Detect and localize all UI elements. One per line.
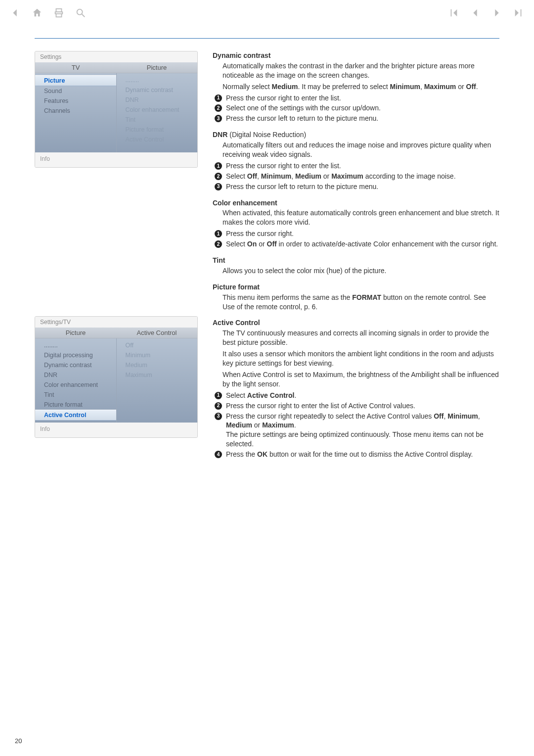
step-badge: 1 bbox=[215, 162, 222, 170]
desc: Automatically makes the contrast in the … bbox=[222, 61, 499, 80]
page-content: Settings TV Picture Picture Sound Featur… bbox=[0, 51, 534, 466]
desc: When Active Control is set to Maximum, t… bbox=[222, 370, 499, 389]
panel2-left-list: ........ Digital processing Dynamic cont… bbox=[35, 338, 116, 423]
svg-rect-1 bbox=[56, 14, 62, 17]
step-badge: 3 bbox=[215, 183, 222, 190]
col-head-right: Picture bbox=[116, 62, 197, 73]
next-page-icon[interactable] bbox=[491, 7, 502, 18]
print-icon[interactable] bbox=[53, 7, 64, 18]
desc: Normally select Medium. It may be prefer… bbox=[222, 82, 499, 92]
menu-item: Minimum bbox=[117, 350, 198, 360]
section-title: Active Control bbox=[213, 318, 499, 328]
prev-page-icon[interactable] bbox=[470, 7, 481, 18]
search-icon[interactable] bbox=[75, 7, 86, 18]
settings-panel-1: Settings TV Picture Picture Sound Featur… bbox=[35, 51, 198, 168]
desc: The TV continuously measures and correct… bbox=[222, 329, 499, 347]
menu-item: Off bbox=[117, 340, 198, 350]
section-title: Picture format bbox=[213, 283, 499, 292]
menu-item: Tint bbox=[117, 115, 198, 125]
section-title: DNR (Digital Noise Reduction) bbox=[213, 130, 499, 140]
menu-item: DNR bbox=[117, 95, 198, 105]
step-badge: 3 bbox=[215, 115, 222, 122]
desc: It also uses a sensor which monitors the… bbox=[222, 349, 499, 368]
step-badge: 2 bbox=[215, 402, 222, 410]
panel2-right-list: Off Minimum Medium Maximum bbox=[116, 338, 198, 423]
divider bbox=[35, 38, 499, 39]
panel-footer: Info bbox=[35, 152, 197, 167]
step: 2Press the cursor right to enter the lis… bbox=[215, 401, 499, 411]
section-picture-format: Picture format This menu item performs t… bbox=[213, 283, 499, 312]
settings-panel-2: Settings/TV Picture Active Control .....… bbox=[35, 316, 198, 438]
section-color-enhancement: Color enhancement When activated, this f… bbox=[213, 198, 499, 249]
left-column: Settings TV Picture Picture Sound Featur… bbox=[35, 51, 198, 466]
step-badge: 2 bbox=[215, 240, 222, 248]
svg-line-3 bbox=[82, 14, 85, 17]
section-title: Color enhancement bbox=[213, 198, 499, 208]
panel-header: Settings/TV bbox=[35, 317, 197, 328]
step: 1Press the cursor right. bbox=[215, 229, 499, 238]
step-badge: 3 bbox=[215, 413, 222, 420]
home-icon[interactable] bbox=[32, 7, 43, 18]
panel-header: Settings bbox=[35, 51, 197, 62]
panel1-left-list: Picture Sound Features Channels bbox=[35, 73, 116, 152]
menu-item: Color enhancement bbox=[117, 105, 198, 115]
section-active-control: Active Control The TV continuously measu… bbox=[213, 318, 499, 459]
right-column: Dynamic contrast Automatically makes the… bbox=[213, 51, 499, 466]
menu-item[interactable]: Channels bbox=[35, 106, 116, 116]
step: 2Select Off, Minimum, Medium or Maximum … bbox=[215, 172, 499, 181]
menu-item[interactable]: ........ bbox=[35, 340, 116, 350]
menu-item[interactable]: Dynamic contrast bbox=[35, 360, 116, 370]
step: 3Press the cursor left to return to the … bbox=[215, 182, 499, 191]
back-icon[interactable] bbox=[10, 7, 21, 18]
menu-item[interactable]: Sound bbox=[35, 86, 116, 96]
menu-item: Medium bbox=[117, 360, 198, 370]
step: 4Press the OK button or wait for the tim… bbox=[215, 450, 499, 459]
desc: When activated, this feature automatical… bbox=[222, 208, 499, 227]
col-head-left: TV bbox=[35, 62, 116, 73]
step: 3Press the cursor left to return to the … bbox=[215, 114, 499, 123]
pdf-toolbar bbox=[0, 0, 534, 23]
toolbar-left bbox=[10, 7, 86, 18]
step: 1Select Active Control. bbox=[215, 391, 499, 400]
step: 2Select one of the settings with the cur… bbox=[215, 103, 499, 113]
menu-item: Picture format bbox=[117, 125, 198, 135]
panel1-right-list: ........ Dynamic contrast DNR Color enha… bbox=[116, 73, 198, 152]
step-badge: 2 bbox=[215, 173, 222, 180]
desc: This menu item performs the same as the … bbox=[222, 293, 499, 312]
step: 2Select On or Off in order to activate/d… bbox=[215, 239, 499, 249]
menu-item[interactable]: Picture bbox=[35, 75, 116, 86]
menu-item[interactable]: DNR bbox=[35, 370, 116, 380]
menu-item[interactable]: Picture format bbox=[35, 400, 116, 410]
section-tint: Tint Allows you to select the color mix … bbox=[213, 256, 499, 276]
step: 1Press the cursor right to enter the lis… bbox=[215, 94, 499, 103]
col-head-left: Picture bbox=[35, 328, 116, 338]
step-badge: 4 bbox=[215, 451, 222, 458]
step-badge: 1 bbox=[215, 230, 222, 237]
section-dnr: DNR (Digital Noise Reduction) Automatica… bbox=[213, 130, 499, 191]
step: 3Press the cursor right repeatedly to se… bbox=[215, 412, 499, 449]
svg-rect-0 bbox=[56, 9, 62, 12]
step-badge: 1 bbox=[215, 392, 222, 399]
last-page-icon[interactable] bbox=[513, 7, 524, 18]
menu-item[interactable]: Digital processing bbox=[35, 350, 116, 360]
page-number: 20 bbox=[15, 737, 22, 745]
section-title: Tint bbox=[213, 256, 499, 265]
desc: Allows you to select the color mix (hue)… bbox=[222, 266, 499, 276]
toolbar-right bbox=[448, 7, 524, 18]
step-badge: 2 bbox=[215, 104, 222, 112]
panel-footer: Info bbox=[35, 423, 197, 437]
menu-item[interactable]: Tint bbox=[35, 390, 116, 400]
first-page-icon[interactable] bbox=[448, 7, 459, 18]
desc: Automatically filters out and reduces th… bbox=[222, 141, 499, 159]
menu-item[interactable]: Features bbox=[35, 96, 116, 106]
menu-item: Dynamic contrast bbox=[117, 85, 198, 95]
menu-item[interactable]: Color enhancement bbox=[35, 380, 116, 390]
step: 1Press the cursor right to enter the lis… bbox=[215, 161, 499, 171]
menu-item[interactable]: Active Control bbox=[35, 410, 116, 421]
step-badge: 1 bbox=[215, 94, 222, 102]
svg-point-2 bbox=[77, 9, 83, 15]
menu-item: ........ bbox=[117, 75, 198, 85]
menu-item: Active Control bbox=[117, 135, 198, 144]
section-title: Dynamic contrast bbox=[213, 51, 499, 60]
col-head-right: Active Control bbox=[116, 328, 197, 338]
